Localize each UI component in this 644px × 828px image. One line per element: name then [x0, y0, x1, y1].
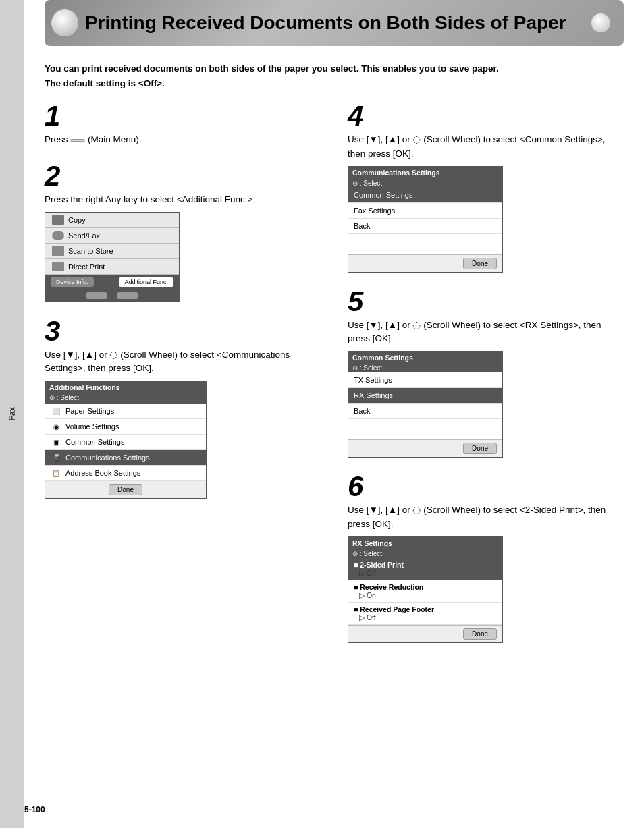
step-4-number: 4 [348, 102, 624, 130]
rx-item-reduction: ■ Receive Reduction ▷ On [348, 580, 502, 603]
step-3: 3 Use [▼], [▲] or ◌ (Scroll Wheel) to se… [45, 317, 321, 499]
step-6-number: 6 [348, 472, 624, 501]
af-subtitle: ⊙ : Select [45, 393, 206, 404]
common-footer: Done [348, 439, 502, 457]
rx-done-button[interactable]: Done [463, 628, 497, 640]
step-4: 4 Use [▼], [▲] or ◌ (Scroll Wheel) to se… [348, 102, 624, 273]
main-menu-button [70, 139, 85, 142]
step-6: 6 Use [▼], [▲] or ◌ (Scroll Wheel) to se… [348, 472, 624, 643]
scanstore-icon [52, 246, 64, 256]
step-1: 1 Press (Main Menu). [45, 102, 321, 146]
comm-done-button[interactable]: Done [463, 258, 497, 269]
common-item-tx: TX Settings [348, 372, 502, 388]
af-item-common: ▣ Common Settings [45, 435, 206, 450]
menu-item-sendfax: Send/Fax [45, 228, 179, 244]
menu-item-directprint: Direct Print [45, 259, 179, 275]
af-footer: Done [45, 481, 206, 498]
volume-settings-icon: ◉ [51, 422, 61, 431]
common-settings-title: Common Settings [348, 352, 502, 364]
rx-item-footer: ■ Received Page Footer ▷ Off [348, 603, 502, 625]
intro-line1: You can print received documents on both… [45, 62, 624, 76]
communications-icon: 📠 [51, 453, 61, 462]
sendfax-icon [52, 231, 64, 240]
af-paper-label: Paper Settings [65, 407, 114, 415]
step-2: 2 Press the right Any key to select <Add… [45, 162, 321, 302]
af-addressbook-label: Address Book Settings [65, 469, 140, 477]
menu-item-copy: Copy [45, 213, 179, 228]
menu-scanstore-label: Scan to Store [68, 247, 113, 255]
copy-icon [52, 215, 64, 225]
paper-settings-icon: ⬜ [51, 406, 61, 416]
rx-settings-title: RX Settings [348, 537, 502, 549]
af-title: Additional Functions [45, 381, 206, 393]
sidebar: Fax [0, 0, 24, 828]
main-menu-screen: Copy Send/Fax Scan to Store Direct Print [45, 212, 180, 302]
steps-grid: 1 Press (Main Menu). 2 Press the right A… [45, 102, 624, 658]
af-item-volume: ◉ Volume Settings [45, 419, 206, 435]
page-title: Printing Received Documents on Both Side… [85, 12, 608, 34]
af-item-paper: ⬜ Paper Settings [45, 404, 206, 419]
additional-func-button[interactable]: Additional Func. [119, 277, 173, 287]
step-5: 5 Use [▼], [▲] or ◌ (Scroll Wheel) to se… [348, 287, 624, 458]
comm-footer: Done [348, 254, 502, 272]
common-settings-subtitle: ⊙ : Select [348, 364, 502, 372]
step-5-text: Use [▼], [▲] or ◌ (Scroll Wheel) to sele… [348, 319, 624, 346]
comm-settings-subtitle: ⊙ : Select [348, 179, 502, 188]
device-info-button[interactable]: Device Info. [51, 277, 94, 287]
common-done-button[interactable]: Done [463, 443, 497, 454]
comm-settings-title: Communications Settings [348, 167, 502, 179]
step-6-text: Use [▼], [▲] or ◌ (Scroll Wheel) to sele… [348, 503, 624, 531]
right-column: 4 Use [▼], [▲] or ◌ (Scroll Wheel) to se… [348, 102, 624, 658]
page-number: 5-100 [24, 805, 45, 815]
left-column: 1 Press (Main Menu). 2 Press the right A… [45, 102, 321, 658]
rx-item-2sided: ■ 2-Sided Print ▷ Off [348, 558, 502, 580]
menu-copy-label: Copy [68, 216, 86, 224]
step-3-number: 3 [45, 317, 321, 346]
common-item-back: Back [348, 404, 502, 419]
rx-settings-subtitle: ⊙ : Select [348, 549, 502, 558]
step-4-text: Use [▼], [▲] or ◌ (Scroll Wheel) to sele… [348, 133, 624, 161]
comm-item-common: Common Settings [348, 188, 502, 203]
rx-settings-screen: RX Settings ⊙ : Select ■ 2-Sided Print ▷… [348, 536, 503, 643]
sidebar-label: Fax [7, 407, 17, 421]
header-banner: Printing Received Documents on Both Side… [45, 0, 624, 46]
step-2-number: 2 [45, 162, 321, 190]
step-1-text: Press (Main Menu). [45, 133, 321, 146]
page-footer: 5-100 [24, 805, 45, 815]
common-settings-screen: Common Settings ⊙ : Select TX Settings R… [348, 351, 503, 458]
step-5-number: 5 [348, 287, 624, 316]
menu-item-scanstore: Scan to Store [45, 244, 179, 259]
step-2-text: Press the right Any key to select <Addit… [45, 193, 321, 206]
af-communications-label: Communications Settings [65, 453, 150, 462]
common-settings-icon: ▣ [51, 437, 61, 447]
menu-sendfax-label: Send/Fax [68, 231, 100, 240]
rx-footer: Done [348, 625, 502, 642]
communications-settings-screen: Communications Settings ⊙ : Select Commo… [348, 166, 503, 273]
menu-bottom-bar: Device Info. Additional Func. [45, 275, 179, 289]
af-done-button[interactable]: Done [109, 484, 142, 495]
directprint-icon [52, 262, 64, 271]
af-volume-label: Volume Settings [65, 422, 119, 431]
additional-functions-screen: Additional Functions ⊙ : Select ⬜ Paper … [45, 381, 207, 499]
step-1-number: 1 [45, 102, 321, 130]
af-item-communications: 📠 Communications Settings [45, 450, 206, 466]
common-item-rx: RX Settings [348, 388, 502, 404]
af-common-label: Common Settings [65, 438, 124, 446]
comm-item-fax: Fax Settings [348, 203, 502, 219]
intro-section: You can print received documents on both… [45, 62, 624, 88]
intro-line2: The default setting is <Off>. [45, 78, 624, 88]
step-3-text: Use [▼], [▲] or ◌ (Scroll Wheel) to sele… [45, 348, 321, 376]
menu-directprint-label: Direct Print [68, 263, 105, 271]
addressbook-icon: 📋 [51, 468, 61, 478]
af-item-addressbook: 📋 Address Book Settings [45, 466, 206, 481]
comm-item-back: Back [348, 219, 502, 234]
